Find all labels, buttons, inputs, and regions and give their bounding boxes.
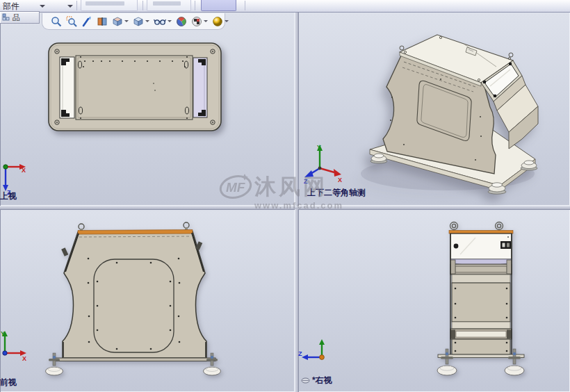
apply-scene-icon (191, 16, 202, 27)
heads-up-view-toolbar (42, 13, 225, 30)
zoom-fit-button[interactable] (49, 15, 63, 28)
dropdown-arrow-icon (145, 20, 149, 22)
toolbar-separator (142, 1, 143, 10)
zoom-area-button[interactable] (65, 15, 79, 28)
dropdown-arrow-icon[interactable] (67, 5, 73, 8)
clipped-label (86, 1, 124, 6)
view-name-text: *右视 (312, 375, 332, 386)
clipped-label (153, 1, 181, 6)
dropdown-arrow-icon (124, 20, 129, 22)
hide-show-items-icon (154, 16, 166, 27)
viewport-front-view[interactable]: Y X 前视 (0, 209, 295, 392)
orientation-triad: Y X Z (303, 143, 345, 183)
model-front-view[interactable] (40, 217, 238, 391)
previous-view-icon (81, 16, 92, 27)
axis-y-label: Y (317, 144, 321, 151)
section-view-button[interactable] (95, 15, 109, 28)
display-style-icon (133, 16, 144, 27)
view-name-label: 上下二等角轴测 (307, 187, 366, 199)
edit-appearance-icon (176, 16, 187, 27)
display-style-button[interactable] (131, 15, 151, 28)
axis-y-label: Y (1, 330, 5, 337)
active-toolbar-button[interactable] (201, 0, 236, 11)
axis-x-label: X (338, 177, 342, 183)
clipped-toolbar-button[interactable] (147, 0, 191, 11)
view-name-text: 前视 (0, 377, 17, 389)
view-name-label: 前视 (0, 377, 17, 389)
edit-appearance-button[interactable] (174, 15, 188, 28)
toolbar-separator (195, 1, 195, 10)
view-name-text: 上下二等角轴测 (307, 187, 366, 199)
dropdown-arrow-icon (168, 20, 172, 22)
view-orientation-button[interactable] (111, 15, 130, 28)
toolbar-separator (76, 1, 77, 10)
view-settings-icon (212, 16, 223, 27)
command-toolbar: 部件 (0, 0, 570, 13)
model-right-view[interactable] (425, 220, 544, 391)
dropdown-arrow-icon (225, 20, 229, 22)
axis-x-label: X (22, 355, 26, 362)
model-top-view[interactable] (40, 36, 231, 137)
viewport-splitter-horizontal[interactable] (0, 206, 570, 209)
hide-show-items-button[interactable] (152, 15, 173, 28)
view-orientation-icon (112, 16, 123, 27)
toolbar-separator (245, 1, 245, 10)
view-name-label: *右视 (301, 375, 332, 386)
view-name-text: 上视 (0, 190, 17, 202)
view-cube-icon (301, 377, 310, 384)
zoom-fit-icon (51, 16, 62, 27)
assembly-icon (2, 13, 10, 22)
viewport-isometric[interactable]: Y X Z 上下二等角轴测 (298, 12, 570, 206)
panel-tab-label: 品 (13, 13, 20, 23)
previous-view-button[interactable] (80, 15, 94, 28)
viewport-top-view[interactable]: X Z 上视 (0, 12, 295, 206)
zoom-area-icon (66, 16, 77, 27)
apply-scene-button[interactable] (190, 15, 209, 28)
viewport-splitter-vertical[interactable] (295, 12, 298, 392)
solidworks-window: 部件 品 (0, 0, 570, 392)
axis-x-label: X (22, 167, 26, 174)
dropdown-arrow-icon (204, 20, 208, 22)
view-name-label: 上视 (0, 190, 17, 202)
section-view-icon (97, 16, 108, 27)
view-settings-button[interactable] (211, 15, 230, 28)
orientation-triad: Z (298, 339, 334, 370)
panel-tab[interactable]: 品 (0, 11, 40, 24)
axis-z-label: Z (304, 178, 308, 183)
viewport-right-view[interactable]: Z *右视 (298, 209, 570, 392)
axis-z-label: Z (298, 350, 302, 357)
dropdown-arrow-icon[interactable] (40, 5, 45, 8)
clipped-toolbar-button[interactable] (81, 0, 138, 11)
orientation-triad: Y X (0, 329, 31, 364)
